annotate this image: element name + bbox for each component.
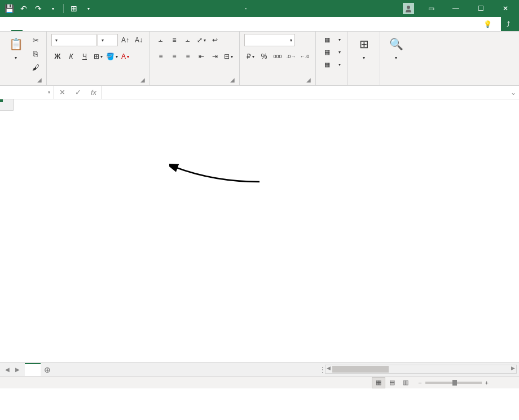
scroll-right-icon[interactable]: ▶: [511, 365, 515, 371]
format-painter-icon[interactable]: 🖌: [29, 61, 42, 73]
qat-dropdown-icon[interactable]: ▾: [82, 2, 95, 15]
group-styles: ▦ ▾ ▦ ▾ ▦ ▾: [316, 32, 348, 85]
conditional-formatting-button[interactable]: ▦ ▾: [320, 34, 343, 45]
cells-button[interactable]: ⊞ ▾: [353, 34, 375, 62]
maximize-icon[interactable]: ☐: [469, 0, 492, 17]
font-color-button[interactable]: A: [119, 50, 131, 63]
horizontal-scrollbar[interactable]: ◀ ▶: [325, 365, 517, 374]
chevron-down-icon: ▾: [15, 55, 17, 60]
comma-format-icon[interactable]: 000: [271, 50, 284, 63]
ribbon-options-icon[interactable]: ▭: [420, 0, 442, 17]
tab-insert[interactable]: [23, 17, 34, 31]
quick-access-toolbar: 💾 ↶ ↷ ▾ ⊞ ▾: [2, 2, 95, 15]
cell-styles-button[interactable]: ▦ ▾: [320, 59, 343, 70]
align-top-icon[interactable]: ⫠: [155, 34, 167, 46]
close-icon[interactable]: ✕: [494, 0, 517, 17]
scroll-thumb[interactable]: [332, 366, 389, 373]
accounting-format-icon[interactable]: ₽: [244, 50, 257, 63]
italic-button[interactable]: К: [65, 50, 77, 63]
decrease-indent-icon[interactable]: ⇤: [195, 50, 208, 63]
underline-button[interactable]: Ч: [78, 50, 91, 63]
formula-input[interactable]: [102, 86, 508, 99]
dialog-launcher-icon[interactable]: ◢: [306, 77, 311, 83]
format-as-table-button[interactable]: ▦ ▾: [320, 46, 343, 58]
group-label: ◢: [244, 82, 311, 84]
align-center-icon[interactable]: ≡: [168, 50, 181, 63]
percent-format-icon[interactable]: %: [258, 50, 270, 63]
wrap-text-icon[interactable]: ↩: [209, 34, 221, 46]
orientation-icon[interactable]: ⤢: [195, 34, 208, 46]
align-right-icon[interactable]: ≡: [182, 50, 194, 63]
cells-icon: ⊞: [355, 35, 373, 53]
group-editing: 🔍 ▾: [380, 32, 412, 85]
tab-view[interactable]: [79, 17, 90, 31]
tab-data[interactable]: [56, 17, 68, 31]
font-size-select[interactable]: [98, 34, 118, 46]
cell-styles-icon: ▦: [323, 60, 332, 69]
font-name-select[interactable]: [51, 34, 96, 46]
bold-button[interactable]: Ж: [51, 50, 64, 63]
zoom-out-icon[interactable]: −: [418, 379, 421, 386]
group-number: ▾ ₽ % 000 .0→ ←.0 ◢: [240, 32, 316, 85]
tell-me[interactable]: 💡: [478, 17, 501, 31]
copy-icon[interactable]: ⎘: [29, 47, 42, 60]
group-label: ◢: [5, 82, 42, 84]
number-format-select[interactable]: ▾: [244, 34, 295, 46]
expand-formula-bar-icon[interactable]: ⌄: [508, 86, 519, 99]
zoom-slider[interactable]: [425, 382, 482, 384]
fx-icon[interactable]: fx: [86, 86, 102, 99]
sheet-tabs-bar: ◀ ▶ ⊕ ⋮ ◀ ▶: [0, 362, 519, 376]
minimize-icon[interactable]: —: [445, 0, 467, 17]
tab-layout[interactable]: [34, 17, 45, 31]
ribbon-tabs: 💡 ⤴: [0, 17, 519, 32]
decrease-font-icon[interactable]: A↓: [133, 34, 145, 46]
editing-button[interactable]: 🔍 ▾: [385, 34, 407, 62]
dialog-launcher-icon[interactable]: ◢: [140, 77, 145, 83]
tab-review[interactable]: [68, 17, 79, 31]
fill-color-button[interactable]: 🪣: [105, 50, 118, 63]
tab-formulas[interactable]: [45, 17, 56, 31]
prev-sheet-icon[interactable]: ◀: [3, 366, 11, 374]
cut-icon[interactable]: ✂: [29, 34, 42, 46]
chevron-down-icon: ▾: [338, 37, 341, 42]
dialog-launcher-icon[interactable]: ◢: [37, 77, 42, 83]
zoom-thumb[interactable]: [452, 380, 457, 386]
tab-home[interactable]: [11, 17, 23, 31]
normal-view-icon[interactable]: ▦: [372, 377, 385, 388]
select-all-corner[interactable]: [0, 99, 14, 111]
increase-indent-icon[interactable]: ⇥: [209, 50, 221, 63]
cancel-formula-icon[interactable]: ✕: [54, 86, 70, 99]
share-button[interactable]: ⤴: [501, 17, 519, 31]
page-layout-view-icon[interactable]: ▤: [385, 377, 399, 388]
paste-button[interactable]: 📋 ▾: [5, 34, 27, 62]
border-button[interactable]: ⊞: [92, 50, 104, 63]
merge-icon[interactable]: ⊟: [222, 50, 235, 63]
undo-icon[interactable]: ↶: [17, 2, 30, 15]
align-left-icon[interactable]: ≡: [155, 50, 167, 63]
user-account[interactable]: [396, 3, 417, 14]
split-handle[interactable]: ⋮: [319, 363, 323, 376]
add-sheet-icon[interactable]: ⊕: [41, 363, 54, 376]
increase-decimal-icon[interactable]: .0→: [285, 50, 297, 63]
touch-mode-icon[interactable]: ⊞: [67, 2, 81, 15]
tab-file[interactable]: [0, 17, 11, 31]
align-middle-icon[interactable]: ≡: [168, 34, 181, 46]
group-alignment: ⫠ ≡ ⫠ ⤢ ↩ ≡ ≡ ≡ ⇤ ⇥ ⊟ ◢: [150, 32, 240, 85]
page-break-view-icon[interactable]: ▥: [399, 377, 412, 388]
group-clipboard: 📋 ▾ ✂ ⎘ 🖌 ◢: [0, 32, 47, 85]
save-icon[interactable]: 💾: [2, 2, 16, 15]
zoom-in-icon[interactable]: +: [485, 379, 489, 386]
tab-help[interactable]: [102, 17, 113, 31]
name-box[interactable]: ▾: [0, 86, 54, 99]
next-sheet-icon[interactable]: ▶: [14, 366, 21, 374]
increase-font-icon[interactable]: A↑: [119, 34, 131, 46]
redo-icon[interactable]: ↷: [32, 2, 45, 15]
qat-dropdown-icon[interactable]: ▾: [46, 2, 60, 15]
scroll-left-icon[interactable]: ◀: [327, 365, 331, 371]
dialog-launcher-icon[interactable]: ◢: [230, 77, 235, 83]
align-bottom-icon[interactable]: ⫠: [182, 34, 194, 46]
enter-formula-icon[interactable]: ✓: [70, 86, 86, 99]
sheet-tab[interactable]: [25, 363, 41, 376]
decrease-decimal-icon[interactable]: ←.0: [298, 50, 311, 63]
tab-developer[interactable]: [90, 17, 102, 31]
